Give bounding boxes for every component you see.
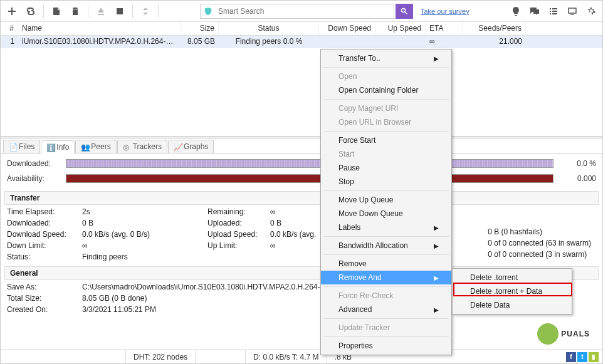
- info-section: Downloaded: 0.0 % Availability: 0.000: [1, 153, 602, 189]
- sub-delete-torrent[interactable]: Delete .torrent: [453, 271, 572, 284]
- col-name[interactable]: Name: [18, 22, 181, 35]
- ctx-start: Start: [321, 147, 451, 161]
- downloaded-l: Downloaded:: [7, 219, 82, 227]
- remove-button[interactable]: [66, 3, 84, 20]
- save-as-l: Save As:: [7, 283, 82, 291]
- ulspeed-l: Upload Speed:: [207, 230, 270, 239]
- search-go-button[interactable]: [396, 4, 413, 19]
- ctx-open-containing[interactable]: Open Containing Folder: [321, 83, 451, 97]
- add-link-button[interactable]: [22, 3, 39, 20]
- ctx-bandwidth[interactable]: Bandwidth Allocation▶: [321, 239, 451, 252]
- sb-net: D: 0.0 kB/s T: 4.7 M: [246, 350, 327, 363]
- ctx-update-tracker: Update Tracker: [321, 321, 451, 335]
- downloaded-label: Downloaded:: [7, 159, 61, 168]
- stop-button[interactable]: [111, 3, 128, 20]
- search-box: [200, 4, 394, 19]
- info-icon: ℹ️: [46, 143, 54, 151]
- peers-icon: 👥: [81, 143, 88, 150]
- status-bar: DHT: 202 nodes D: 0.0 kB/s T: 4.7 M .8 k…: [1, 350, 602, 363]
- sb-socials: f t ▮: [566, 352, 602, 362]
- tab-files-label: Files: [19, 142, 34, 151]
- ctx-labels[interactable]: Labels▶: [321, 221, 451, 234]
- tab-graphs[interactable]: 📈Graphs: [168, 140, 214, 153]
- torrent-row[interactable]: 1 iUmor.S10E03.1080i.HDTV.MPA2.0.H.264-p…: [1, 36, 602, 48]
- twitter-icon[interactable]: t: [577, 352, 587, 362]
- pieces-stat: 0 B (0 hashfails): [488, 227, 591, 236]
- tips-icon[interactable]: [507, 3, 525, 20]
- ctx-force-start[interactable]: Force Start: [321, 133, 451, 147]
- cell-seeds: 21.000: [463, 36, 526, 48]
- tab-peers[interactable]: 👥Peers: [75, 140, 116, 153]
- seeds-stat: 0 of 0 connected (63 in swarm): [488, 239, 591, 247]
- remove-and-submenu: Delete .torrent Delete .torrent + Data D…: [452, 268, 572, 315]
- cell-size: 8.05 GB: [181, 36, 219, 48]
- survey-link[interactable]: Take our survey: [421, 8, 469, 15]
- availability-label: Availability:: [7, 174, 61, 183]
- dlspeed-v: 0.0 kB/s (avg. 0 B/s): [82, 230, 207, 239]
- sub-delete-torrent-data[interactable]: Delete .torrent + Data: [453, 284, 572, 298]
- col-eta[interactable]: ETA: [426, 22, 463, 35]
- move-updown-button[interactable]: [137, 3, 154, 20]
- ctx-move-up[interactable]: Move Up Queue: [321, 193, 451, 207]
- chat-icon[interactable]: [526, 3, 543, 20]
- cell-eta: ∞: [426, 36, 463, 48]
- sub-delete-data[interactable]: Delete Data: [453, 298, 572, 312]
- ctx-advanced[interactable]: Advanced▶: [321, 303, 451, 316]
- graphs-icon: 📈: [174, 143, 181, 150]
- list-icon[interactable]: [545, 3, 562, 20]
- tab-info-label: Info: [56, 143, 69, 152]
- downlim-l: Down Limit:: [7, 241, 82, 250]
- ctx-stop[interactable]: Stop: [321, 175, 451, 189]
- col-seeds[interactable]: Seeds/Peers: [463, 22, 526, 35]
- sb-dht: DHT: 202 nodes: [126, 350, 196, 363]
- ctx-copy-magnet: Copy Magnet URI: [321, 101, 451, 115]
- status-l: Status:: [7, 252, 82, 261]
- watermark-text: PUALS: [561, 330, 590, 338]
- availability-bar: [66, 174, 553, 183]
- ctx-properties[interactable]: Properties: [321, 339, 451, 353]
- settings-icon[interactable]: [582, 3, 600, 20]
- tab-info[interactable]: ℹ️Info: [41, 140, 75, 153]
- context-menu: Transfer To..▶ Open Open Containing Fold…: [320, 49, 452, 355]
- right-stats: 0 B (0 hashfails) 0 of 0 connected (63 i…: [488, 227, 591, 259]
- tab-trackers-label: Trackers: [133, 142, 162, 151]
- facebook-icon[interactable]: f: [566, 352, 576, 362]
- col-down[interactable]: Down Speed: [319, 22, 375, 35]
- table-header: # Name Size Status Down Speed Up Speed E…: [1, 22, 602, 36]
- ctx-move-down[interactable]: Move Down Queue: [321, 207, 451, 221]
- created-on-l: Created On:: [7, 305, 82, 314]
- ctx-transfer-to[interactable]: Transfer To..▶: [321, 51, 451, 65]
- time-elapsed-l: Time Elapsed:: [7, 207, 82, 216]
- remote-icon[interactable]: [564, 3, 581, 20]
- android-icon[interactable]: ▮: [589, 352, 599, 362]
- toolbar: Take our survey: [1, 1, 602, 22]
- tab-trackers[interactable]: ◎Trackers: [117, 140, 167, 153]
- tab-graphs-label: Graphs: [184, 142, 208, 151]
- start-button[interactable]: [92, 3, 110, 20]
- trackers-icon: ◎: [123, 143, 130, 150]
- downloaded-bar: [66, 159, 553, 168]
- ctx-remove-and[interactable]: Remove And▶: [321, 271, 451, 284]
- cell-status: Finding peers 0.0 %: [219, 36, 319, 48]
- col-num[interactable]: #: [1, 22, 18, 35]
- add-torrent-button[interactable]: [3, 3, 21, 20]
- ctx-remove[interactable]: Remove: [321, 257, 451, 271]
- cell-down: [319, 36, 375, 48]
- files-icon: 📄: [9, 143, 16, 150]
- tab-files[interactable]: 📄Files: [3, 140, 40, 153]
- peers-stat: 0 of 0 connected (3 in swarm): [488, 250, 591, 259]
- uplim-l: Up Limit:: [207, 241, 270, 250]
- col-size[interactable]: Size: [181, 22, 219, 35]
- search-input[interactable]: [216, 7, 394, 16]
- col-status[interactable]: Status: [219, 22, 319, 35]
- remaining-l: Remaining:: [207, 207, 270, 216]
- col-up[interactable]: Up Speed: [375, 22, 426, 35]
- cell-name: iUmor.S10E03.1080i.HDTV.MPA2.0.H.264-pla…: [18, 36, 181, 48]
- downloaded-pct: 0.0 %: [558, 159, 596, 168]
- svg-rect-0: [117, 8, 123, 14]
- time-elapsed-v: 2s: [82, 207, 207, 216]
- create-torrent-button[interactable]: [48, 3, 65, 20]
- cell-num: 1: [1, 36, 18, 48]
- shield-icon: [201, 7, 216, 16]
- ctx-pause[interactable]: Pause: [321, 161, 451, 175]
